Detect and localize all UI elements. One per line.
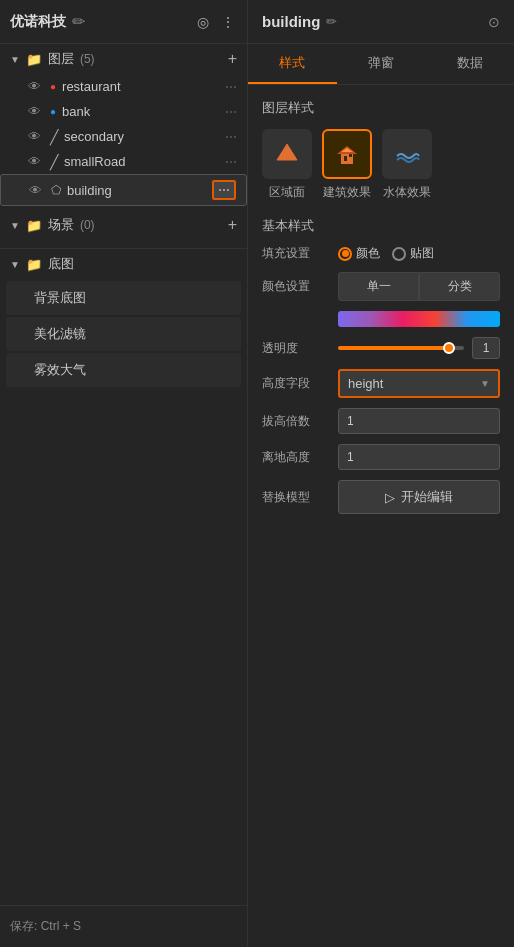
right-header: building ✏ ⊙ [248,0,514,44]
basic-style-title: 基本样式 [262,217,500,235]
right-panel: building ✏ ⊙ 样式 弹窗 数据 图层样式 区 [248,0,514,947]
opacity-row: 透明度 1 [262,337,500,359]
opacity-slider-track[interactable] [338,346,464,350]
tabs-bar: 样式 弹窗 数据 [248,44,514,85]
opacity-value: 1 [472,337,500,359]
elevation-row: 拔高倍数 [262,408,500,434]
replace-model-content: ▷ 开始编辑 [338,480,500,514]
style-icon-area-label: 区域面 [269,184,305,201]
ground-height-input[interactable] [338,444,500,470]
tab-data[interactable]: 数据 [425,44,514,84]
bottom-layer-fog[interactable]: 雾效大气 [6,353,241,387]
layer-item-building[interactable]: 👁 ⬠ building ⋯ [0,174,247,206]
tab-popup[interactable]: 弹窗 [337,44,426,84]
layers-group-title: 图层 [48,50,74,68]
layers-group-header[interactable]: ▼ 📁 图层 (5) + [0,44,247,74]
scenes-group: ▼ 📁 场景 (0) + [0,210,247,240]
layer-more-secondary[interactable]: ⋯ [225,130,237,144]
color-settings-row: 颜色设置 单一 分类 [262,272,500,301]
color-gradient-bar[interactable] [338,311,500,327]
fill-color-radio[interactable]: 颜色 [338,245,380,262]
start-edit-label: 开始编辑 [401,488,453,506]
app-edit-icon[interactable]: ✏ [72,12,85,31]
eye-icon-building[interactable]: 👁 [29,183,45,198]
layer-item-smallroad[interactable]: 👁 ╱ smallRoad ⋯ [0,149,247,174]
opacity-slider-row: 1 [338,337,500,359]
add-layer-btn[interactable]: + [228,50,237,68]
bottom-layer-filter[interactable]: 美化滤镜 [6,317,241,351]
right-settings-icon[interactable]: ⊙ [488,14,500,30]
scenes-group-count: (0) [80,218,95,232]
color-classify-btn[interactable]: 分类 [419,272,500,301]
left-panel: 优诺科技 ✏ ◎ ⋮ ▼ 📁 图层 (5) + 👁 ● restaurant ⋯… [0,0,248,947]
color-mode-group: 单一 分类 [338,272,500,301]
layer-type-icon-secondary: ╱ [50,130,58,144]
eye-icon-bank[interactable]: 👁 [28,104,44,119]
right-edit-icon[interactable]: ✏ [326,14,337,29]
bottom-layers-section: ▼ 📁 底图 背景底图 美化滤镜 雾效大气 [0,248,247,389]
add-scene-btn[interactable]: + [228,216,237,234]
layer-item-restaurant[interactable]: 👁 ● restaurant ⋯ [0,74,247,99]
header-actions: ◎ ⋮ [195,12,237,32]
bottom-group-title: 底图 [48,255,74,273]
start-edit-btn[interactable]: ▷ 开始编辑 [338,480,500,514]
svg-rect-3 [344,156,347,161]
color-single-btn[interactable]: 单一 [338,272,419,301]
style-icon-area[interactable]: 区域面 [262,129,312,201]
ground-height-label: 离地高度 [262,449,330,466]
layer-more-smallroad[interactable]: ⋯ [225,155,237,169]
height-field-select[interactable]: height ▼ [338,369,500,398]
elevation-content [338,408,500,434]
building-more-btn[interactable]: ⋯ [212,180,236,200]
scenes-folder-icon: 📁 [26,218,42,233]
style-icon-water-label: 水体效果 [383,184,431,201]
bottom-layer-background[interactable]: 背景底图 [6,281,241,315]
fill-settings-row: 填充设置 颜色 贴图 [262,245,500,262]
eye-icon-smallroad[interactable]: 👁 [28,154,44,169]
elevation-input[interactable] [338,408,500,434]
bottom-group-header[interactable]: ▼ 📁 底图 [0,249,247,279]
eye-icon-secondary[interactable]: 👁 [28,129,44,144]
scenes-group-title: 场景 [48,216,74,234]
save-hint: 保存: Ctrl + S [0,905,247,947]
layers-collapse-icon: ▼ [10,54,20,65]
color-content: 单一 分类 [338,272,500,301]
bottom-collapse-icon: ▼ [10,259,20,270]
fill-texture-radio-circle [392,247,406,261]
style-icon-water-box[interactable] [382,129,432,179]
opacity-slider-thumb[interactable] [443,342,455,354]
height-field-row: 高度字段 height ▼ [262,369,500,398]
eye-icon-restaurant[interactable]: 👁 [28,79,44,94]
building-svg-icon [333,140,361,168]
style-icon-building-label: 建筑效果 [323,184,371,201]
style-icon-water[interactable]: 水体效果 [382,129,432,201]
color-label: 颜色设置 [262,278,330,295]
scenes-group-header[interactable]: ▼ 📁 场景 (0) + [0,210,247,240]
layer-more-restaurant[interactable]: ⋯ [225,80,237,94]
fill-color-radio-label: 颜色 [356,245,380,262]
layer-item-bank[interactable]: 👁 ● bank ⋯ [0,99,247,124]
layer-more-bank[interactable]: ⋯ [225,105,237,119]
layer-type-icon-smallroad: ╱ [50,155,58,169]
layer-type-icon-bank: ● [50,106,56,117]
height-field-content: height ▼ [338,369,500,398]
svg-marker-0 [277,144,297,160]
style-icon-building-box[interactable] [322,129,372,179]
layer-name-bank: bank [62,104,219,119]
fill-texture-radio[interactable]: 贴图 [392,245,434,262]
visibility-toggle-btn[interactable]: ◎ [195,12,211,32]
layer-name-smallroad: smallRoad [64,154,219,169]
style-icon-building[interactable]: 建筑效果 [322,129,372,201]
layer-item-secondary[interactable]: 👁 ╱ secondary ⋯ [0,124,247,149]
header-more-btn[interactable]: ⋮ [219,12,237,32]
layer-type-icon-restaurant: ● [50,81,56,92]
tab-style[interactable]: 样式 [248,44,337,84]
left-header: 优诺科技 ✏ ◎ ⋮ [0,0,247,44]
layer-type-icon-building: ⬠ [51,183,61,197]
svg-rect-4 [349,154,352,157]
fill-texture-radio-label: 贴图 [410,245,434,262]
scenes-collapse-icon: ▼ [10,220,20,231]
area-svg-icon [273,140,301,168]
layer-style-section-title: 图层样式 [262,99,500,117]
style-icon-area-box[interactable] [262,129,312,179]
